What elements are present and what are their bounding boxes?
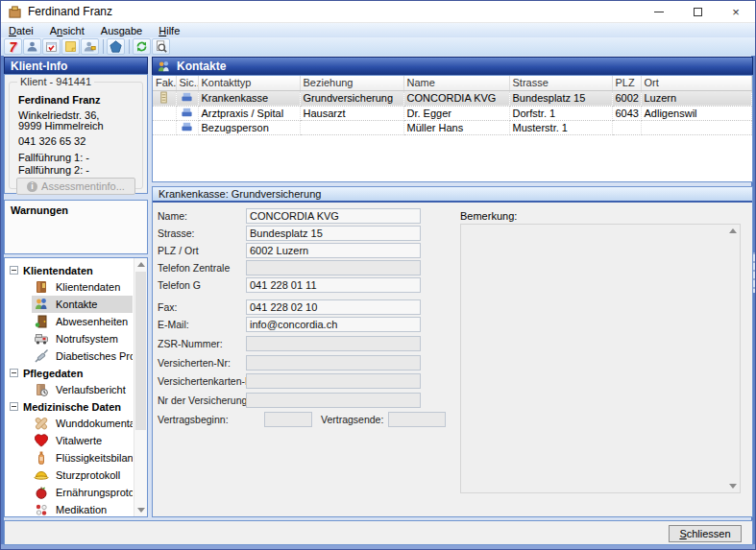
scroll-down-icon[interactable] <box>729 484 737 489</box>
planning-button[interactable] <box>42 38 61 55</box>
vertragsbeginn-field[interactable] <box>264 412 312 427</box>
sidebar-item-kontakte[interactable]: Kontakte <box>32 296 133 313</box>
sidebar-item-notrufsystem[interactable]: Notrufsystem <box>32 330 133 347</box>
fax-field[interactable]: 041 228 02 10 <box>246 299 421 315</box>
fallfuehrung-2: Fallführung 2: - <box>18 164 138 176</box>
col-fak[interactable]: Fak... <box>153 76 176 90</box>
toolbar: 7 <box>1 37 755 56</box>
visibility-icon <box>181 91 193 103</box>
col-beziehung[interactable]: Beziehung <box>300 76 403 90</box>
name-field[interactable]: CONCORDIA KVG <box>246 208 421 224</box>
scrollbar-thumb[interactable] <box>135 272 146 430</box>
field-label: Telefon G <box>158 279 246 291</box>
print-preview-button[interactable] <box>152 38 170 55</box>
heart-icon <box>34 433 49 448</box>
menu-hilfe[interactable]: Hilfe <box>156 25 187 36</box>
notes-button[interactable] <box>61 38 80 55</box>
col-kontakttyp[interactable]: Kontakttyp <box>198 76 300 90</box>
assessmentinfo-button[interactable]: i Assessmentinfo... <box>16 178 135 195</box>
reports-button[interactable] <box>107 38 125 55</box>
sidebar-item-ernaehrungsprotokoll[interactable]: Ernährungsprotokoll <box>32 484 133 501</box>
close-button[interactable]: × <box>717 1 755 23</box>
menu-bar: Datei Ansicht Ausgabe Hilfe <box>1 23 755 37</box>
menu-ansicht[interactable]: Ansicht <box>47 25 92 36</box>
zsr-nummer-field[interactable] <box>246 336 421 351</box>
personnel-icon <box>84 40 96 53</box>
menu-datei[interactable]: Datei <box>6 25 41 36</box>
telefon-zentrale-field[interactable] <box>246 260 421 275</box>
client-button[interactable] <box>23 38 41 55</box>
klient-info-title: Klient-Info <box>11 60 67 73</box>
field-label: Fax: <box>158 301 246 313</box>
scroll-up-icon[interactable] <box>729 228 737 233</box>
cell-beziehung <box>300 120 403 134</box>
nav-group-klientendaten[interactable]: Klientendaten <box>5 262 133 278</box>
print-preview-icon <box>155 40 167 53</box>
sidebar-item-sturzprotokoll[interactable]: Sturzprotokoll <box>32 466 133 484</box>
scroll-down-icon[interactable] <box>137 508 145 513</box>
bemerkung-textarea[interactable] <box>460 224 741 493</box>
col-plz[interactable]: PLZ <box>612 76 641 90</box>
refresh-button[interactable] <box>133 38 151 55</box>
versicherten-nr-field[interactable] <box>246 355 421 371</box>
tree-scrollbar[interactable] <box>134 258 147 516</box>
col-strasse[interactable]: Strasse <box>509 76 612 90</box>
detail-form: Name:CONCORDIA KVG Strasse:Bundesplatz 1… <box>153 204 752 516</box>
scroll-up-icon[interactable] <box>137 262 145 267</box>
maximize-icon <box>694 8 702 16</box>
col-ort[interactable]: Ort <box>641 76 752 90</box>
nav-group-pflegedaten[interactable]: Pflegedaten <box>5 365 133 381</box>
menu-ausgabe[interactable]: Ausgabe <box>98 25 150 36</box>
people-icon <box>34 297 49 312</box>
collapse-icon[interactable] <box>10 266 18 275</box>
versichertenkarten-nr-field[interactable] <box>246 373 421 389</box>
sidebar-item-medikation[interactable]: Medikation <box>32 501 133 516</box>
bemerkung-scrollbar[interactable] <box>726 225 740 492</box>
book-icon <box>34 279 49 295</box>
visibility-icon <box>181 107 193 118</box>
sidebar-item-vitalwerte[interactable]: Vitalwerte <box>32 432 133 449</box>
col-sic[interactable]: Sic... <box>176 76 198 90</box>
schliessen-button[interactable]: Schliessen <box>669 525 742 542</box>
vertragsende-field[interactable] <box>388 412 446 427</box>
navigation-tree: Klientendaten Klientendaten Kontakte Abw… <box>5 258 133 516</box>
klient-info-panel: Klient - 941441 Ferdinand Franz Winkelri… <box>4 74 148 194</box>
collapse-icon[interactable] <box>10 369 18 377</box>
field-label: ZSR-Nummer: <box>158 338 246 349</box>
sidebar-item-wunddokumentation[interactable]: Wunddokumentation <box>32 415 133 432</box>
syringe-icon <box>34 348 49 364</box>
klient-name: Ferdinand Franz <box>18 94 138 106</box>
minimize-icon <box>654 12 664 12</box>
sidebar-item-verlaufsbericht[interactable]: Verlaufsbericht <box>32 381 133 398</box>
strasse-field[interactable]: Bundesplatz 15 <box>246 226 421 241</box>
sidebar-item-klientendaten[interactable]: Klientendaten <box>32 278 133 296</box>
logo-icon: 7 <box>10 40 17 54</box>
warnings-panel: Warnungen <box>4 200 148 254</box>
table-row[interactable]: Krankenkasse Grundversicherung CONCORDIA… <box>153 90 752 106</box>
telefon-g-field[interactable]: 041 228 01 11 <box>246 277 421 293</box>
nav-group-medizinische-daten[interactable]: Medizinische Daten <box>5 398 133 415</box>
cell-kontakttyp: Krankenkasse <box>198 90 300 106</box>
field-label: E-Mail: <box>158 319 246 330</box>
sidebar-item-fluessigkeitsbilanz[interactable]: Flüssigkeitsbilanz <box>32 449 133 466</box>
collapse-icon[interactable] <box>10 402 18 411</box>
sidebar-item-abwesenheiten[interactable]: Abwesenheiten <box>32 313 133 330</box>
cell-kontakttyp: Bezugsperson <box>198 120 300 134</box>
klient-phone: 041 326 65 32 <box>18 135 138 147</box>
notes-icon <box>64 40 77 53</box>
table-row[interactable]: Arztpraxis / Spital Hausarzt Dr. Egger D… <box>153 106 752 120</box>
minimize-button[interactable] <box>640 1 678 23</box>
cell-ort: Luzern <box>641 90 752 106</box>
field-label: Name: <box>158 210 246 222</box>
table-row[interactable]: Bezugsperson Müller Hans Musterstr. 1 <box>153 120 752 134</box>
plz-ort-field[interactable]: 6002 Luzern <box>246 243 421 258</box>
email-field[interactable]: info@concordia.ch <box>246 317 421 332</box>
app-logo-button[interactable]: 7 <box>4 38 22 55</box>
col-name[interactable]: Name <box>403 76 509 90</box>
personnel-button[interactable] <box>81 38 99 55</box>
maximize-button[interactable] <box>678 1 717 23</box>
field-label: PLZ / Ort <box>158 245 246 256</box>
sidebar-item-diabetisches-protokoll[interactable]: Diabetisches Protokoll <box>32 347 133 365</box>
versicherungspolice-field[interactable] <box>246 393 421 408</box>
cell-beziehung: Grundversicherung <box>300 90 403 106</box>
